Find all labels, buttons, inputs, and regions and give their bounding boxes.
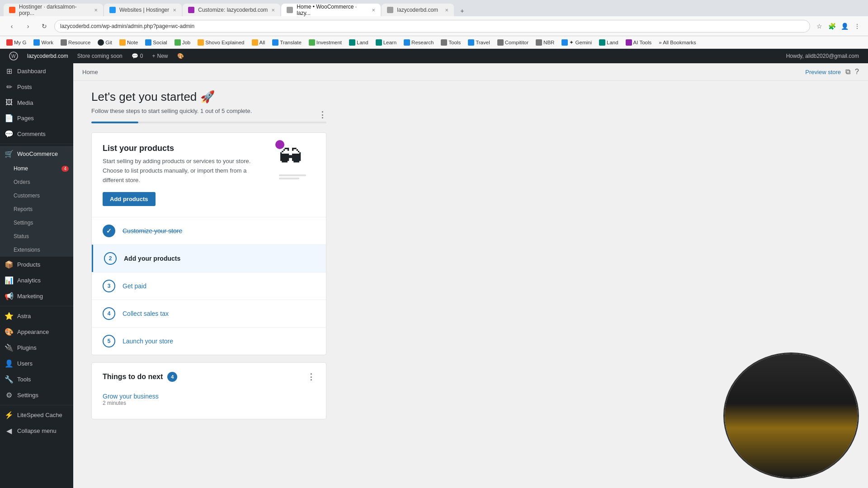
- sidebar-label-wc-reports: Reports: [14, 206, 33, 212]
- sidebar-separator-3: [0, 405, 73, 405]
- browser-tab-5[interactable]: lazycoderbd.com ✕: [382, 4, 454, 16]
- forward-button[interactable]: ›: [22, 20, 34, 33]
- comments-count: 0: [140, 53, 143, 59]
- browser-tab-3[interactable]: Customize: lazycoderbd.com ✕: [183, 4, 280, 16]
- bookmark-learn[interactable]: Learn: [373, 38, 399, 47]
- sidebar-item-wc-orders[interactable]: Orders: [0, 175, 73, 189]
- browser-tab-2[interactable]: Websites | Hostinger ✕: [104, 4, 182, 16]
- back-button[interactable]: ‹: [5, 20, 18, 33]
- tab-close-3[interactable]: ✕: [271, 8, 275, 13]
- sidebar-item-marketing[interactable]: 📢 Marketing: [0, 288, 73, 304]
- extension-icon[interactable]: 🧩: [826, 21, 837, 32]
- bookmark-work[interactable]: Work: [31, 38, 56, 47]
- sidebar-item-wc-home[interactable]: Home 4: [0, 162, 73, 175]
- wp-logo-item[interactable]: W: [5, 49, 23, 63]
- bookmark-gmail[interactable]: My G: [4, 38, 29, 47]
- sidebar-item-litespeed[interactable]: ⚡ LiteSpeed Cache: [0, 407, 73, 423]
- sidebar-item-analytics[interactable]: 📊 Analytics: [0, 272, 73, 288]
- bookmark-all[interactable]: All: [249, 38, 268, 47]
- bookmark-aitools[interactable]: AI Tools: [623, 38, 655, 47]
- sidebar-label-settings: Settings: [17, 392, 38, 399]
- page-options-menu[interactable]: ⋮: [318, 110, 326, 120]
- browser-tab-1[interactable]: Hostinger · darksalmon-porp... ✕: [4, 4, 103, 16]
- bookmark-land1[interactable]: Land: [346, 38, 371, 47]
- bookmark-travel[interactable]: Travel: [465, 38, 493, 47]
- sidebar-item-wc-extensions[interactable]: Extensions: [0, 243, 73, 257]
- bookmark-gemini[interactable]: ✦ Gemini: [559, 38, 594, 47]
- sidebar-item-wc-customers[interactable]: Customers: [0, 189, 73, 202]
- comments-item[interactable]: 💬 0: [127, 49, 148, 63]
- add-products-button[interactable]: Add products: [103, 192, 156, 206]
- bookmark-investment[interactable]: Investment: [306, 38, 344, 47]
- bookmark-allbookmarks[interactable]: » All Bookmarks: [656, 39, 698, 46]
- user-greeting[interactable]: Howdy, alidb2020@gmail.com: [782, 49, 863, 63]
- tab-label-3: Customize: lazycoderbd.com: [198, 7, 268, 13]
- product-illustration: 🕶: [270, 144, 315, 181]
- sidebar-item-users[interactable]: 👤 Users: [0, 356, 73, 371]
- sidebar-item-pages[interactable]: 📄 Pages: [0, 110, 73, 126]
- profile-icon[interactable]: 👤: [839, 21, 850, 32]
- copy-icon[interactable]: ⧉: [845, 68, 850, 76]
- bookmark-land2[interactable]: Land: [596, 38, 621, 47]
- help-icon[interactable]: ?: [855, 68, 859, 76]
- sidebar-item-posts[interactable]: ✏ Posts: [0, 79, 73, 95]
- posts-icon: ✏: [5, 83, 14, 91]
- tab-close-2[interactable]: ✕: [173, 8, 176, 13]
- new-tab-button[interactable]: +: [457, 5, 467, 16]
- tab-close-1[interactable]: ✕: [94, 8, 98, 13]
- sidebar-item-products[interactable]: 📦 Products: [0, 257, 73, 272]
- bookmark-shovo[interactable]: Shovo Explained: [195, 38, 247, 47]
- address-bar[interactable]: lazycoderbd.com/wp-admin/admin.php?page=…: [54, 20, 810, 33]
- bookmark-research[interactable]: Research: [401, 38, 436, 47]
- step-number-2: 2: [104, 252, 117, 265]
- bookmark-social[interactable]: Social: [142, 38, 170, 47]
- sidebar-item-wc-reports[interactable]: Reports: [0, 202, 73, 216]
- tab-close-4[interactable]: ✕: [372, 8, 375, 13]
- sidebar-item-woocommerce[interactable]: 🛒 WooCommerce: [0, 146, 73, 162]
- step-number-5: 5: [103, 335, 115, 347]
- browser-tab-4[interactable]: Home • WooCommerce · lazy... ✕: [281, 4, 381, 16]
- reload-button[interactable]: ↻: [38, 20, 51, 33]
- store-status-item[interactable]: Store coming soon: [73, 49, 127, 63]
- step-item-5[interactable]: 5 Launch your store: [92, 327, 326, 355]
- things-todo-header: Things to do next 4 ⋮: [103, 372, 315, 382]
- progress-bar-container: [91, 122, 326, 123]
- media-icon: 🖼: [5, 99, 14, 107]
- bookmark-resource[interactable]: Resource: [58, 38, 93, 47]
- star-icon[interactable]: ☆: [814, 21, 825, 32]
- tab-label-2: Websites | Hostinger: [119, 7, 169, 13]
- preview-store-button[interactable]: Preview store: [805, 69, 841, 75]
- sidebar-item-appearance[interactable]: 🎨 Appearance: [0, 324, 73, 340]
- sidebar-item-dashboard[interactable]: ⊞ Dashboard: [0, 63, 73, 79]
- todo-item-title-grow[interactable]: Grow your business: [103, 393, 315, 400]
- new-item[interactable]: + New: [147, 49, 172, 63]
- header-actions: Preview store ⧉ ?: [805, 68, 859, 76]
- sidebar-item-media[interactable]: 🖼 Media: [0, 95, 73, 110]
- bookmark-note[interactable]: Note: [117, 38, 141, 47]
- sidebar-item-tools[interactable]: 🔧 Tools: [0, 371, 73, 387]
- bookmark-tools[interactable]: Tools: [438, 38, 463, 47]
- bookmark-translate[interactable]: Translate: [269, 38, 304, 47]
- bookmark-job[interactable]: Job: [172, 38, 193, 47]
- customize-icon-item[interactable]: 🎨: [173, 49, 189, 63]
- tab-close-5[interactable]: ✕: [445, 8, 448, 13]
- sidebar-item-wc-settings[interactable]: Settings: [0, 216, 73, 230]
- sidebar-item-plugins[interactable]: 🔌 Plugins: [0, 340, 73, 356]
- bookmark-git[interactable]: Git: [95, 38, 115, 47]
- step-item-4[interactable]: 4 Collect sales tax: [92, 300, 326, 327]
- sidebar-item-comments[interactable]: 💬 Comments: [0, 126, 73, 142]
- sidebar-item-collapse[interactable]: ◀ Collapse menu: [0, 423, 73, 439]
- step-item-1[interactable]: ✓ Customize your store: [92, 217, 326, 244]
- menu-icon[interactable]: ⋮: [852, 21, 863, 32]
- bookmark-compititor[interactable]: Compititor: [495, 38, 531, 47]
- step-number-1: ✓: [103, 225, 115, 237]
- site-name-item[interactable]: lazycoderbd.com: [23, 49, 73, 63]
- things-todo-menu[interactable]: ⋮: [307, 372, 315, 382]
- step-item-2[interactable]: 2 Add your products: [92, 244, 326, 272]
- sidebar-item-settings[interactable]: ⚙ Settings: [0, 387, 73, 403]
- sidebar-item-wc-status[interactable]: Status: [0, 230, 73, 243]
- sidebar-item-astra[interactable]: ⭐ Astra: [0, 308, 73, 324]
- bookmark-nbr[interactable]: NBR: [533, 38, 557, 47]
- step-item-3[interactable]: 3 Get paid: [92, 272, 326, 300]
- browser-chrome: Hostinger · darksalmon-porp... ✕ Website…: [0, 0, 868, 36]
